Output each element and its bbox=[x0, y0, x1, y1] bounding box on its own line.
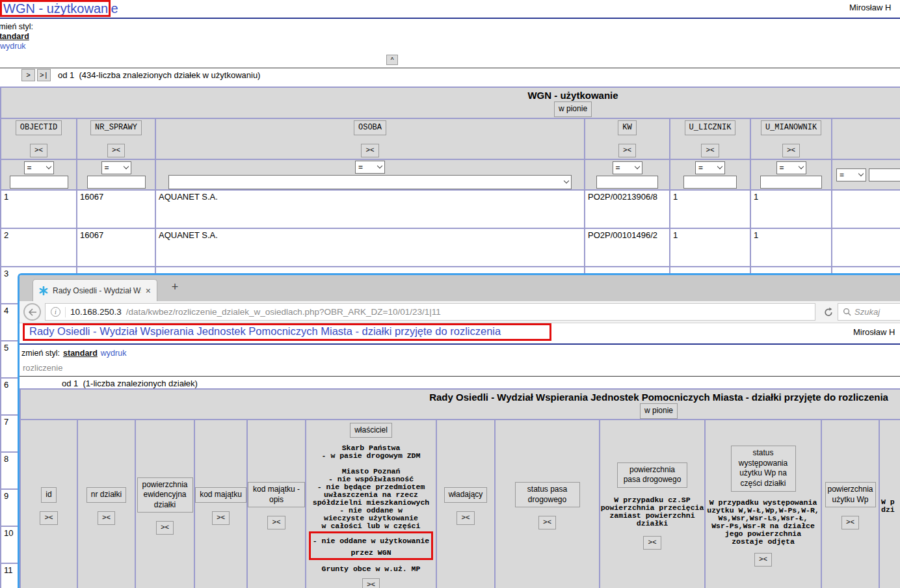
filter-toggle-button[interactable]: >< bbox=[40, 511, 57, 525]
browser-tab[interactable]: Rady Osiedli - Wydział Ws... × bbox=[33, 279, 157, 301]
column-header-u-licznik[interactable]: U_LICZNIK bbox=[685, 120, 736, 136]
column-header-osoba[interactable]: OSOBA bbox=[354, 120, 386, 136]
column-header-kod-majatku-opis[interactable]: kod majątku - opis bbox=[248, 482, 305, 507]
column-header-powierzchnia-pasa[interactable]: powierzchnia pasa drogowego bbox=[617, 462, 687, 488]
collapse-button[interactable]: ^ bbox=[386, 55, 398, 65]
filter-toggle-button[interactable]: >< bbox=[156, 521, 174, 535]
column-header-kod-majatku[interactable]: kod majątku bbox=[195, 487, 246, 503]
site-info-icon[interactable]: i bbox=[51, 307, 60, 317]
chevron-down-icon bbox=[634, 164, 639, 169]
filter-value-input[interactable] bbox=[869, 168, 900, 181]
orientation-button[interactable]: w pionie bbox=[554, 101, 592, 117]
column-header-id[interactable]: id bbox=[41, 487, 56, 503]
browser-window: Rady Osiedli - Wydział Ws... × + i 10.16… bbox=[18, 273, 900, 588]
column-header-wlasciciel[interactable]: właściciel bbox=[350, 423, 392, 438]
filter-operator-select[interactable]: = bbox=[101, 161, 131, 174]
column-header-cell: status pasa drogowego >< bbox=[495, 420, 600, 588]
filter-operator-select[interactable]: = bbox=[24, 161, 54, 174]
filter-toggle-button[interactable]: >< bbox=[782, 144, 800, 157]
owner-note-highlighted: - nie oddane w użytkowanie przez WGN bbox=[313, 537, 429, 557]
owner-note-bottom: Grunty obce w w.uż. MP bbox=[322, 565, 421, 573]
filter-toggle-button[interactable]: >< bbox=[701, 144, 719, 157]
table-cell: AQUANET S.A. bbox=[155, 228, 585, 267]
last-page-button[interactable]: >| bbox=[37, 69, 51, 81]
column-header-u-mianownik[interactable]: U_MIANOWNIK bbox=[761, 120, 821, 136]
filter-cell: = bbox=[832, 159, 900, 190]
column-header-status-pasa[interactable]: status pasa drogowego bbox=[515, 482, 580, 507]
filter-operator-select[interactable]: = bbox=[695, 161, 725, 174]
filter-toggle-button[interactable]: >< bbox=[754, 553, 772, 567]
url-domain: 10.168.250.3 bbox=[70, 307, 122, 317]
table-row: 2 16067 AQUANET S.A. PO2P/00101496/2 1 1 bbox=[1, 228, 900, 267]
column-header-kw[interactable]: KW bbox=[618, 120, 636, 136]
filter-toggle-button[interactable]: >< bbox=[212, 511, 230, 525]
filter-toggle-button[interactable]: >< bbox=[538, 516, 556, 529]
column-header-nr-dzialki[interactable]: nr działki bbox=[86, 487, 126, 503]
table-title-bar: WGN - użytkowanie w pionie bbox=[1, 87, 900, 118]
filter-operator-select[interactable]: = bbox=[776, 161, 806, 174]
filter-toggle-button[interactable]: >< bbox=[643, 536, 661, 550]
table-cell: PO2P/00213906/8 bbox=[585, 190, 670, 228]
new-tab-button[interactable]: + bbox=[166, 280, 183, 294]
filter-value-select[interactable] bbox=[168, 175, 572, 189]
table-cell: 16067 bbox=[77, 190, 155, 228]
screenshot-root: WGN - użytkowanie Mirosław H zmień styl:… bbox=[0, 0, 900, 588]
search-input[interactable] bbox=[854, 307, 899, 317]
style-switcher: zmień styl: standard wydruk bbox=[21, 349, 126, 358]
orientation-button[interactable]: w pionie bbox=[640, 403, 678, 419]
filter-operator-select[interactable]: = bbox=[613, 161, 642, 174]
column-note: W przypadku występowania uzytku W,W-Ł,Wp… bbox=[707, 499, 819, 546]
filter-value-input[interactable] bbox=[683, 176, 737, 189]
reload-button[interactable] bbox=[823, 307, 834, 317]
wgn-page-title: WGN - użytkowanie bbox=[3, 1, 118, 16]
url-path: /data/kwbez/rozliczenie_dzialek_w_osiedl… bbox=[126, 307, 441, 317]
column-header-cell: U_LICZNIK >< bbox=[670, 118, 750, 159]
style-standard-link[interactable]: standard bbox=[63, 349, 98, 358]
filter-operator-select[interactable]: = bbox=[355, 161, 385, 174]
filter-toggle-button[interactable]: >< bbox=[841, 516, 859, 529]
filter-toggle-button[interactable]: >< bbox=[30, 144, 47, 157]
column-header-wladajacy[interactable]: władający bbox=[444, 487, 488, 503]
filter-toggle-button[interactable]: >< bbox=[107, 144, 125, 157]
table-title: WGN - użytkowanie bbox=[1, 90, 900, 101]
column-header-cell: kod majątku - opis >< bbox=[247, 420, 306, 588]
style-print-link[interactable]: wydruk bbox=[101, 349, 127, 358]
filter-toggle-button[interactable]: >< bbox=[98, 511, 115, 525]
filter-toggle-button[interactable]: >< bbox=[457, 511, 474, 525]
tab-title: Rady Osiedli - Wydział Ws... bbox=[53, 286, 141, 295]
search-icon bbox=[843, 308, 851, 316]
filter-value-input[interactable] bbox=[760, 176, 822, 189]
column-header-row: OBJECTID >< NR_SPRAWY >< OSOBA >< KW >< bbox=[1, 118, 900, 159]
next-page-button[interactable]: > bbox=[21, 69, 35, 81]
column-header-cell: władający >< bbox=[436, 420, 495, 588]
filter-toggle-button[interactable]: >< bbox=[361, 144, 378, 157]
breadcrumb[interactable]: rozliczenie bbox=[23, 363, 62, 373]
column-header-powierzchnia-wp[interactable]: powierzchnia użytku Wp bbox=[825, 482, 876, 507]
wgn-user-name: Mirosław H bbox=[849, 3, 891, 12]
filter-toggle-button[interactable]: >< bbox=[267, 516, 285, 529]
table-cell: 1 bbox=[750, 190, 832, 228]
style-standard-link[interactable]: standard bbox=[0, 32, 33, 42]
back-arrow-icon bbox=[28, 308, 37, 316]
change-style-label: zmień styl: bbox=[0, 22, 33, 32]
url-field[interactable]: i 10.168.250.3/data/kwbez/rozliczenie_dz… bbox=[45, 303, 815, 321]
back-button[interactable] bbox=[23, 303, 41, 321]
column-header-status-wp[interactable]: status występowania użytku Wp na części … bbox=[731, 446, 796, 491]
table-cell: AQUANET S.A. bbox=[155, 190, 585, 228]
header-divider bbox=[20, 343, 900, 345]
filter-value-input[interactable] bbox=[10, 176, 68, 189]
filter-toggle-button[interactable]: >< bbox=[362, 578, 380, 588]
column-header-powierzchnia-ewidencyjna[interactable]: powierzchnia ewidencyjna działki bbox=[137, 477, 193, 513]
filter-operator-select[interactable]: = bbox=[836, 168, 866, 181]
filter-toggle-button[interactable]: >< bbox=[618, 144, 636, 157]
column-header-cell: status występowania użytku Wp na części … bbox=[705, 420, 821, 588]
column-header-objectid[interactable]: OBJECTID bbox=[16, 120, 62, 136]
filter-value-input[interactable] bbox=[87, 176, 146, 189]
column-header-cell: W p dzi bbox=[879, 420, 900, 588]
filter-value-input[interactable] bbox=[596, 176, 658, 189]
tab-close-icon[interactable]: × bbox=[146, 286, 151, 295]
search-box[interactable] bbox=[838, 303, 900, 321]
style-print-link[interactable]: wydruk bbox=[0, 42, 33, 51]
filter-cell: = bbox=[155, 159, 585, 190]
column-header-nr-sprawy[interactable]: NR_SPRAWY bbox=[90, 120, 142, 136]
